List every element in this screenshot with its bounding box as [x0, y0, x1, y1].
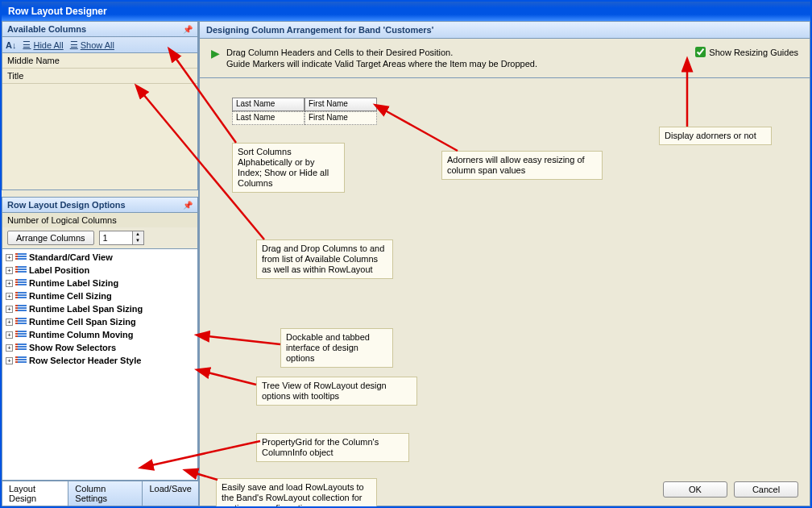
svg-line-4 [208, 373, 256, 385]
spin-down-icon[interactable]: ▼ [132, 238, 143, 244]
tree-item-label: Standard/Card View [29, 252, 113, 262]
tree-node-icon [15, 318, 27, 326]
expand-icon[interactable]: + [6, 331, 13, 339]
tabs-bar: Layout Design Column Settings Load/Save [2, 481, 198, 506]
column-item[interactable]: Title [2, 69, 197, 84]
tree-item[interactable]: +Runtime Label Span Sizing [2, 302, 197, 315]
expand-icon[interactable]: + [6, 357, 13, 364]
tree-node-icon [15, 253, 27, 261]
available-columns-toolbar: A↓ ☰ Hide All ☰ Show All [2, 37, 198, 53]
show-all-button[interactable]: ☰ Show All [70, 40, 114, 50]
tree-node-icon [15, 279, 27, 287]
tree-item[interactable]: +Runtime Label Sizing [2, 277, 197, 289]
tree-item[interactable]: +Label Position [2, 264, 197, 277]
dialog-buttons: OK Cancel [663, 481, 798, 498]
svg-line-3 [208, 336, 280, 344]
available-columns-title: Available Columns [7, 24, 86, 34]
hint-area: ▶ Drag Column Headers and Cells to their… [199, 39, 810, 78]
callout: Sort Columns Alphabetically or by Index;… [232, 143, 345, 193]
tab-column-settings[interactable]: Column Settings [68, 481, 143, 506]
tree-item-label: Label Position [29, 265, 89, 275]
content-area: Available Columns 📌 A↓ ☰ Hide All ☰ Show… [2, 21, 810, 506]
checkbox-input[interactable] [695, 47, 706, 57]
header-cell[interactable]: First Name [304, 98, 377, 111]
window: Row Layout Designer Available Columns 📌 … [0, 0, 812, 508]
available-columns-list: Middle Name Title [2, 53, 198, 190]
tree-item[interactable]: +Standard/Card View [2, 251, 197, 264]
expand-icon[interactable]: + [6, 267, 13, 274]
tree-item-label: Row Selector Header Style [29, 356, 141, 365]
expand-icon[interactable]: + [6, 280, 13, 287]
show-icon: ☰ [70, 40, 78, 50]
spin-up-icon[interactable]: ▲ [132, 231, 143, 238]
callout: Dockable and tabbed interface of design … [280, 328, 393, 368]
tree-item-label: Runtime Label Sizing [29, 278, 118, 288]
hide-icon: ☰ [23, 40, 31, 50]
tab-load-save[interactable]: Load/Save [142, 481, 199, 506]
logical-columns-stepper[interactable]: ▲ ▼ [99, 231, 144, 245]
tree-item[interactable]: +Show Row Selectors [2, 341, 197, 354]
hint-text: Drag Column Headers and Cells to their D… [226, 47, 689, 69]
data-cell[interactable]: First Name [304, 111, 377, 125]
show-resizing-guides-checkbox[interactable]: Show Resizing Guides [695, 47, 798, 57]
pin-icon[interactable]: 📌 [183, 25, 193, 34]
svg-line-7 [385, 110, 458, 151]
play-icon: ▶ [211, 47, 220, 60]
layout-grid: Last Name First Name Last Name First Nam… [232, 98, 377, 125]
tab-layout-design[interactable]: Layout Design [2, 481, 68, 506]
expand-icon[interactable]: + [6, 254, 13, 261]
callout: Easily save and load RowLayouts to the B… [216, 478, 377, 506]
callout: Adorners will allow easy resizing of col… [441, 151, 603, 180]
design-options-header: Row Layout Design Options 📌 [2, 197, 198, 213]
tree-item[interactable]: +Row Selector Header Style [2, 354, 197, 367]
callout: Tree View of RowLayout design options wi… [256, 377, 417, 406]
left-pane: Available Columns 📌 A↓ ☰ Hide All ☰ Show… [2, 21, 199, 506]
tree-node-icon [15, 331, 27, 339]
pin-icon[interactable]: 📌 [183, 201, 193, 210]
tree-item[interactable]: +Runtime Cell Sizing [2, 289, 197, 302]
tree-item[interactable]: +Runtime Cell Span Sizing [2, 315, 197, 328]
tree-item[interactable]: +Runtime Column Moving [2, 328, 197, 341]
callout: PropertyGrid for the Column's ColumnInfo… [256, 433, 409, 462]
options-tree: +Standard/Card View+Label Position+Runti… [2, 249, 198, 481]
logical-columns-field: Number of Logical Columns Arrange Column… [2, 213, 198, 249]
tree-node-icon [15, 344, 27, 352]
tree-item-label: Runtime Cell Sizing [29, 291, 112, 301]
svg-line-6 [196, 473, 218, 480]
expand-icon[interactable]: + [6, 344, 13, 352]
tree-item-label: Show Row Selectors [29, 343, 116, 352]
header-cell[interactable]: Last Name [232, 98, 304, 111]
tree-node-icon [15, 292, 27, 300]
logical-columns-input[interactable] [100, 231, 132, 244]
tree-item-label: Runtime Label Span Sizing [29, 304, 143, 314]
available-columns-header: Available Columns 📌 [2, 21, 198, 37]
design-options-title: Row Layout Design Options [7, 200, 126, 210]
design-options-panel: Row Layout Design Options 📌 Number of Lo… [2, 197, 198, 506]
hide-all-button[interactable]: ☰ Hide All [23, 40, 63, 50]
tree-item-label: Runtime Column Moving [29, 330, 134, 339]
designer-header: Designing Column Arrangement for Band 'C… [199, 21, 810, 39]
right-pane: Designing Column Arrangement for Band 'C… [199, 21, 810, 506]
tree-item-label: Runtime Cell Span Sizing [29, 317, 136, 327]
logical-columns-label: Number of Logical Columns [2, 213, 197, 227]
column-item[interactable]: Middle Name [2, 53, 197, 69]
cancel-button[interactable]: Cancel [734, 481, 798, 498]
callout: Display adorners or not [659, 127, 772, 145]
expand-icon[interactable]: + [6, 293, 13, 300]
ok-button[interactable]: OK [663, 481, 727, 498]
tree-node-icon [15, 305, 27, 313]
available-columns-panel: Available Columns 📌 A↓ ☰ Hide All ☰ Show… [2, 21, 198, 190]
tree-node-icon [15, 356, 27, 364]
sort-icon[interactable]: A↓ [6, 40, 16, 50]
data-cell[interactable]: Last Name [232, 111, 304, 125]
arrange-columns-button[interactable]: Arrange Columns [7, 231, 94, 245]
callout: Drag and Drop Columns to and from list o… [256, 239, 393, 279]
design-surface[interactable]: Last Name First Name Last Name First Nam… [199, 78, 810, 506]
titlebar: Row Layout Designer [2, 2, 810, 21]
tree-node-icon [15, 266, 27, 274]
expand-icon[interactable]: + [6, 319, 13, 326]
expand-icon[interactable]: + [6, 306, 13, 313]
